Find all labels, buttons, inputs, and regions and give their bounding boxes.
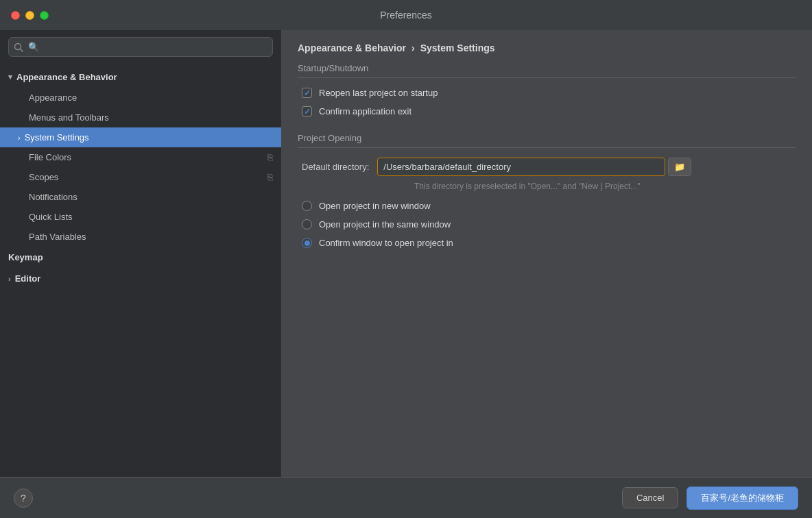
confirm-exit-row: Confirm application exit	[298, 106, 796, 116]
open-same-window-row: Open project in the same window	[298, 219, 796, 230]
breadcrumb-part2: System Settings	[420, 42, 495, 53]
sidebar-item-path-variables[interactable]: Path Variables	[0, 227, 281, 247]
default-directory-label: Default directory:	[302, 162, 369, 172]
open-same-window-label: Open project in the same window	[319, 219, 451, 230]
sidebar-item-editor[interactable]: ›Editor	[0, 268, 281, 289]
confirm-exit-checkbox[interactable]	[302, 106, 312, 116]
default-directory-row: Default directory: 📁	[298, 158, 796, 176]
startup-section: Startup/Shutdown Reopen last project on …	[298, 63, 796, 116]
panel-content: Startup/Shutdown Reopen last project on …	[281, 63, 812, 477]
main-content: ▾ Appearance & Behavior Appearance Menus…	[0, 30, 812, 477]
reopen-last-project-row: Reopen last project on startup	[298, 88, 796, 98]
directory-hint: This directory is preselected in "Open..…	[298, 182, 796, 191]
sidebar: ▾ Appearance & Behavior Appearance Menus…	[0, 30, 281, 477]
breadcrumb: Appearance & Behavior › System Settings	[281, 30, 812, 63]
reopen-last-project-checkbox[interactable]	[302, 88, 312, 98]
minimize-button[interactable]	[25, 11, 34, 20]
confirm-window-row: Confirm window to open project in	[298, 238, 796, 248]
chevron-right-icon-editor: ›	[8, 275, 11, 283]
confirm-exit-label: Confirm application exit	[319, 106, 411, 116]
confirm-window-radio[interactable]	[302, 238, 312, 248]
directory-input[interactable]	[377, 158, 665, 176]
open-new-window-row: Open project in new window	[298, 201, 796, 211]
chevron-down-icon: ▾	[8, 73, 12, 82]
sidebar-item-system-settings[interactable]: › System Settings	[0, 127, 281, 147]
sidebar-item-quick-lists[interactable]: Quick Lists	[0, 207, 281, 227]
open-new-window-label: Open project in new window	[319, 201, 431, 211]
folder-browse-button[interactable]: 📁	[668, 158, 691, 176]
breadcrumb-part1: Appearance & Behavior	[298, 42, 406, 53]
sidebar-item-menus-toolbars[interactable]: Menus and Toolbars	[0, 108, 281, 127]
open-same-window-radio[interactable]	[302, 219, 312, 230]
sidebar-item-keymap[interactable]: Keymap	[0, 247, 281, 268]
project-opening-section: Project Opening Default directory: 📁 Thi…	[298, 133, 796, 248]
bottom-actions: Cancel 百家号/老鱼的储物柜	[622, 486, 798, 510]
traffic-lights	[11, 11, 49, 20]
project-opening-title: Project Opening	[298, 133, 796, 148]
sidebar-item-scopes[interactable]: Scopes ⎘	[0, 167, 281, 187]
cancel-button[interactable]: Cancel	[622, 487, 678, 508]
startup-section-title: Startup/Shutdown	[298, 63, 796, 78]
copy-icon: ⎘	[267, 152, 273, 162]
ok-button[interactable]: 百家号/老鱼的储物柜	[686, 486, 798, 510]
search-wrapper	[8, 37, 273, 57]
sidebar-item-notifications[interactable]: Notifications	[0, 187, 281, 207]
directory-input-wrapper: 📁	[377, 158, 796, 176]
search-container	[0, 30, 281, 64]
maximize-button[interactable]	[40, 11, 49, 20]
close-button[interactable]	[11, 11, 20, 20]
titlebar: Preferences	[0, 0, 812, 30]
sidebar-section-label: Appearance & Behavior	[16, 72, 117, 82]
confirm-window-label: Confirm window to open project in	[319, 238, 453, 248]
chevron-right-icon: ›	[18, 134, 21, 142]
right-panel: Appearance & Behavior › System Settings …	[281, 30, 812, 477]
open-new-window-radio[interactable]	[302, 201, 312, 211]
reopen-last-project-label: Reopen last project on startup	[319, 88, 438, 98]
sidebar-nav: ▾ Appearance & Behavior Appearance Menus…	[0, 64, 281, 477]
window-title: Preferences	[380, 10, 431, 21]
copy-icon-2: ⎘	[267, 172, 273, 182]
sidebar-item-appearance-behavior[interactable]: ▾ Appearance & Behavior	[0, 66, 281, 88]
help-button[interactable]: ?	[14, 489, 33, 508]
bottom-bar: ? Cancel 百家号/老鱼的储物柜	[0, 477, 812, 518]
sidebar-item-appearance[interactable]: Appearance	[0, 88, 281, 108]
search-input[interactable]	[8, 37, 273, 57]
sidebar-item-file-colors[interactable]: File Colors ⎘	[0, 147, 281, 167]
breadcrumb-separator: ›	[411, 42, 415, 53]
